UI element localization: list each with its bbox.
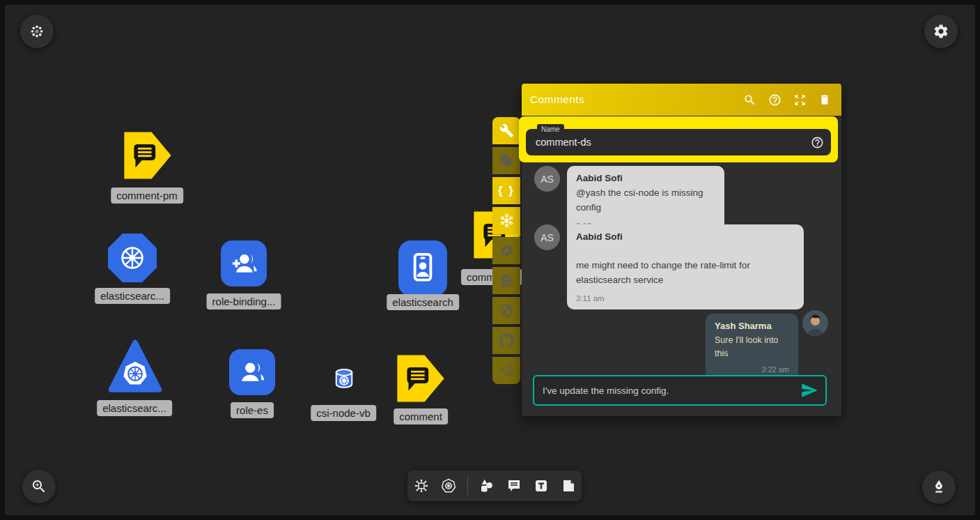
config-braces-button[interactable]: { } [492, 177, 520, 204]
node-elasticsearch-serviceaccount[interactable] [398, 240, 447, 296]
node-comment[interactable] [396, 353, 445, 404]
panel-title: Comments [530, 93, 731, 106]
avatar: AS [534, 224, 560, 250]
expand-icon[interactable] [793, 93, 807, 107]
message-author: Yash Sharma [715, 321, 789, 331]
node-label[interactable]: elasticsearch [387, 294, 459, 310]
node-action-toolbar: { } [492, 117, 520, 384]
search-icon[interactable] [742, 93, 756, 107]
zoom-in-icon [31, 478, 47, 495]
settings-fab[interactable] [924, 15, 958, 48]
comment-icon[interactable] [506, 477, 522, 494]
name-field-label: Name [537, 124, 564, 135]
component-icon[interactable] [413, 477, 430, 494]
node-role-es[interactable] [229, 349, 275, 395]
message-time: 3:11 am [576, 294, 795, 303]
shield-icon [499, 303, 514, 318]
comment-shape-icon [123, 130, 172, 181]
text-tool-icon[interactable] [533, 477, 550, 494]
node-label[interactable]: csi-node-vb [311, 405, 376, 421]
configure-button[interactable] [492, 117, 520, 144]
kubernetes-wheel-icon [118, 243, 147, 273]
comments-panel-header[interactable]: Comments [522, 84, 841, 116]
image-icon[interactable] [560, 477, 577, 494]
gear-icon [499, 243, 514, 258]
canvas-tools-toolbar [407, 471, 582, 501]
shapes-icon[interactable] [479, 477, 495, 494]
kubernetes-icon[interactable] [440, 477, 457, 494]
app-stage: comment-pm elasticsearc... [0, 0, 980, 520]
avatar-photo [802, 310, 828, 336]
security-button[interactable] [492, 297, 520, 324]
message-author: Aabid Sofi [576, 173, 715, 183]
message-bubble: Aabid Sofi me might need to change the r… [567, 224, 804, 309]
avatar: AS [534, 166, 560, 192]
settings-button[interactable] [492, 237, 520, 264]
message-text: Sure I'll look into this [715, 334, 789, 361]
tag-icon [499, 153, 514, 168]
chat-input[interactable] [534, 385, 800, 396]
node-label[interactable]: comment-pm [111, 188, 183, 204]
users-icon [237, 357, 267, 388]
comments-panel: Comments Name [522, 84, 841, 416]
selected-node-highlight: Name [519, 116, 838, 162]
github-button[interactable] [492, 327, 520, 354]
delete-icon[interactable] [818, 93, 832, 107]
node-comment-pm[interactable] [123, 130, 172, 181]
history-button[interactable] [492, 357, 520, 384]
message-text: me might need to change the rate-limit f… [576, 259, 795, 288]
node-label[interactable]: comment [394, 408, 448, 425]
design-canvas[interactable]: comment-pm elasticsearc... [5, 5, 975, 515]
message-author: Aabid Sofi [576, 231, 795, 242]
node-elasticsearch-triangle[interactable] [108, 338, 162, 395]
chat-input-box[interactable] [533, 375, 827, 406]
flower-icon [29, 24, 45, 39]
github-icon [499, 333, 514, 348]
help-icon[interactable] [768, 93, 781, 107]
name-field[interactable]: Name [526, 129, 831, 155]
toolbar-divider [467, 477, 468, 495]
wrench-icon [499, 123, 514, 138]
pen-tool-fab[interactable] [922, 471, 956, 504]
node-label[interactable]: role-binding... [207, 293, 281, 309]
node-role-binding[interactable] [221, 240, 267, 286]
app-menu-button[interactable] [20, 15, 54, 48]
doc-search-button[interactable] [492, 267, 520, 294]
braces-icon: { } [498, 184, 515, 198]
hub-button[interactable] [492, 207, 520, 234]
chat-message-own: Yash Sharma Sure I'll look into this 3:2… [706, 314, 798, 381]
zoom-fab[interactable] [22, 470, 56, 503]
node-label[interactable]: elasticsearc... [95, 288, 170, 304]
tag-button[interactable] [492, 147, 520, 174]
node-csi-node-vb[interactable] [331, 366, 357, 391]
pen-nib-icon [930, 478, 948, 496]
node-label[interactable]: role-es [231, 402, 274, 418]
field-help-icon[interactable] [811, 136, 824, 149]
storage-cylinder-icon [331, 366, 357, 391]
doc-search-icon [499, 273, 514, 288]
user-plus-icon [228, 248, 259, 279]
kubernetes-triangle-icon [108, 338, 162, 395]
service-account-badge-icon [408, 251, 437, 286]
hub-icon [499, 213, 515, 229]
chat-message: AS Aabid Sofi me might need to change th… [534, 224, 804, 309]
name-input[interactable] [526, 137, 811, 148]
message-bubble: Yash Sharma Sure I'll look into this 3:2… [706, 314, 798, 381]
send-icon[interactable] [800, 381, 818, 399]
node-elasticsearch-octagon[interactable] [108, 234, 157, 282]
gear-icon [933, 23, 949, 40]
node-label[interactable]: elasticsearc... [97, 400, 172, 416]
message-time: 3:22 am [715, 365, 789, 374]
message-text: @yash the csi-node is missing config [576, 186, 715, 215]
comment-shape-icon [396, 353, 445, 404]
history-icon [499, 363, 514, 378]
